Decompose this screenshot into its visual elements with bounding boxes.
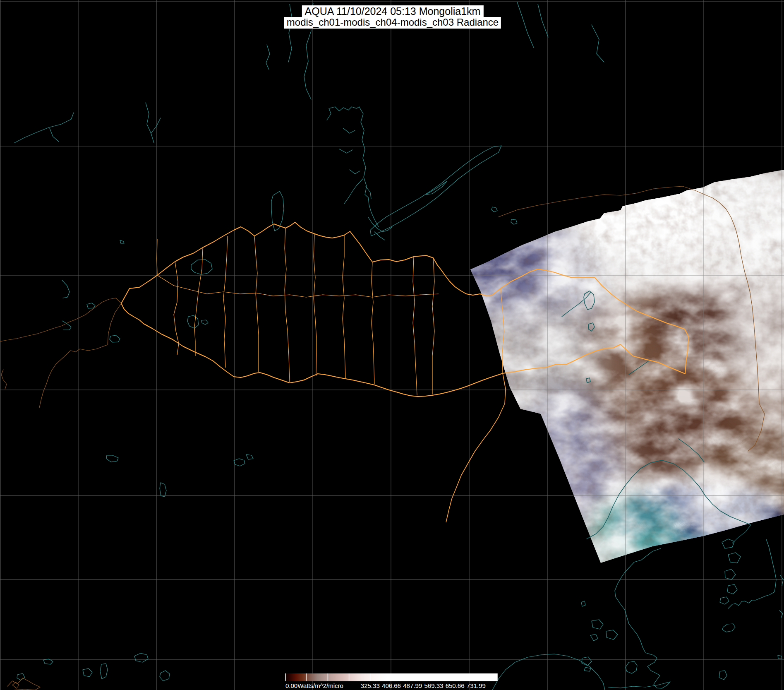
colorbar-unit-label: 0.00Watts/m^2/micro <box>285 682 343 689</box>
colorbar-tick-label: 406.66 <box>382 682 401 689</box>
title-line-1: AQUA 11/10/2024 05:13 Mongolia1km <box>302 5 484 17</box>
colorbar-tick-label: 731.99 <box>467 682 486 689</box>
colorbar-tick-label: 650.66 <box>446 682 465 689</box>
image-title: AQUA 11/10/2024 05:13 Mongolia1km modis_… <box>284 5 501 29</box>
colorbar-tick-label: 487.99 <box>403 682 422 689</box>
title-line-2: modis_ch01-modis_ch04-modis_ch03 Radianc… <box>284 17 501 29</box>
colorbar-tick-label: 569.33 <box>424 682 443 689</box>
map-canvas: 0.00Watts/m^2/micro325.33406.66487.99569… <box>0 0 784 690</box>
colorbar-tick-label: 325.33 <box>361 682 380 689</box>
satellite-map-viewer: 0.00Watts/m^2/micro325.33406.66487.99569… <box>0 0 784 690</box>
